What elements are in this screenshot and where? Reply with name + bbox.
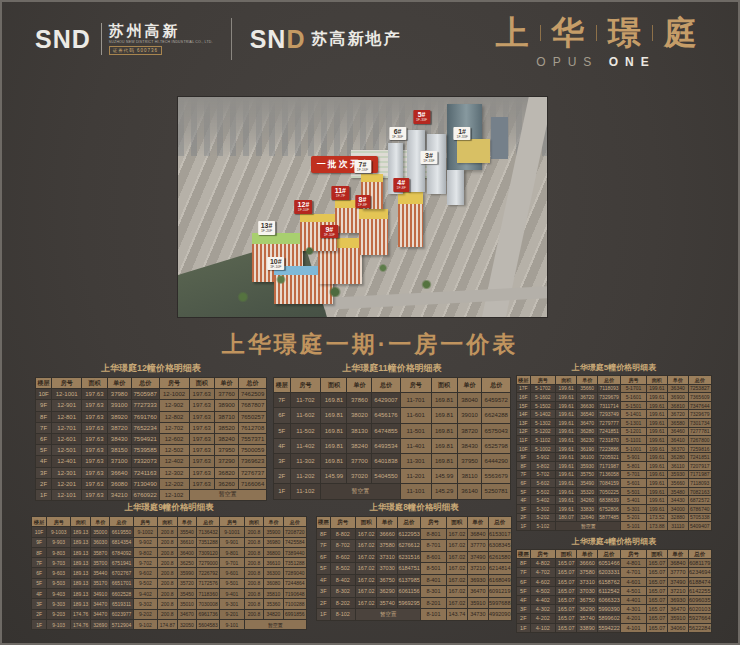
price-cell: 11-101 xyxy=(400,484,431,499)
building-label-id: 9# xyxy=(324,226,335,233)
price-cell: 12-501 xyxy=(52,445,82,456)
header-cell: 面积 xyxy=(555,550,576,559)
table-row: 14F5-1402199.613654072937495-1401199.613… xyxy=(517,410,712,419)
header-cell: 总价 xyxy=(488,517,511,529)
price-cell: 34260 xyxy=(577,496,597,505)
price-cell: 38720 xyxy=(457,423,482,438)
table-row: 2F5-202180.073264058774855-201173.523288… xyxy=(517,513,712,522)
header-cell: 面积 xyxy=(355,517,376,529)
price-cell: 4-202 xyxy=(530,614,555,623)
price-cell: 35660 xyxy=(668,479,688,488)
building-label-id: 11# xyxy=(335,187,346,194)
price-cell: 36470 xyxy=(468,586,488,598)
table-row: 6F8-602167.023731062315168-601167.023749… xyxy=(317,551,512,563)
price-cell: 7293749 xyxy=(597,410,620,419)
price-cell: 189.13 xyxy=(71,568,91,578)
price-cell: 36660 xyxy=(377,528,397,540)
price-cell: 200.8 xyxy=(157,578,177,588)
header-cell: 总价 xyxy=(372,378,400,393)
table-row: 8F5-802199.613593071719875-801199.613611… xyxy=(517,461,712,470)
price-cell: 9-602 xyxy=(133,568,157,578)
header-cell: 单价 xyxy=(107,378,131,389)
price-cell: 8-501 xyxy=(421,563,446,575)
header-cell: 单价 xyxy=(347,378,372,393)
price-cell: 37030 xyxy=(377,563,397,575)
price-cell: 6188474 xyxy=(688,577,711,586)
price-cell: 6702767 xyxy=(110,568,133,578)
price-cell: 7100288 xyxy=(283,599,306,609)
price-cell: 189.13 xyxy=(71,589,91,599)
price-cell: 167.02 xyxy=(446,528,467,540)
price-cell: 36400 xyxy=(177,547,196,557)
price-cell: 5-1202 xyxy=(530,427,555,436)
header-cell: 房号 xyxy=(159,378,189,389)
price-cell: 6308345 xyxy=(488,540,511,552)
floor-cell: 6F xyxy=(517,577,531,586)
floor-cell: 6F xyxy=(274,408,291,423)
price-cell: 37700 xyxy=(347,453,372,468)
price-cell: 37210 xyxy=(468,563,488,575)
price-cell: 9-102 xyxy=(133,619,157,629)
price-cell: 6137985 xyxy=(397,574,420,586)
price-cell: 35660 xyxy=(577,384,597,393)
price-cell: 6051466 xyxy=(597,559,620,568)
price-cell: 7369623 xyxy=(239,456,267,467)
price-cell: 165.07 xyxy=(646,614,667,623)
price-cell: 169.81 xyxy=(321,453,347,468)
table-row: 10F12-1001197.6337980750598712-1002197.6… xyxy=(36,389,267,400)
price-cell: 11-102 xyxy=(290,484,321,499)
price-cell: 169.81 xyxy=(431,453,457,468)
floor-cell: 2F xyxy=(517,513,531,522)
price-cell: 5927664 xyxy=(688,614,711,623)
price-cell: 167.02 xyxy=(355,528,376,540)
price-cell: 197.63 xyxy=(189,422,214,433)
logo2-block: SND 苏高新地产 xyxy=(250,27,402,52)
price-cell: 5404550 xyxy=(372,469,400,484)
table-title: 上华璟庭8幢价格明细表 xyxy=(316,502,512,514)
price-cell: 7231870 xyxy=(597,436,620,445)
price-cell: 9-801 xyxy=(220,547,244,557)
table-row: 5F11-502169.8138130647485511-501169.8138… xyxy=(274,423,511,438)
price-cell: 36640 xyxy=(107,467,131,478)
price-cell: 6961736 xyxy=(196,609,219,619)
price-cell: 199.61 xyxy=(555,444,576,453)
price-cell: 189.13 xyxy=(71,527,91,537)
building-block-1 xyxy=(457,139,490,163)
price-cell: 199.61 xyxy=(555,496,576,505)
price-cell: 35740 xyxy=(577,614,597,623)
table-row: 6F4-602165.073731061587624-601165.073749… xyxy=(517,577,712,586)
floor-cell: 1F xyxy=(274,484,291,499)
price-cell: 199.61 xyxy=(555,393,576,402)
price-cell: 11-502 xyxy=(290,423,321,438)
price-cell: 4-402 xyxy=(530,595,555,604)
header-cell: 房号 xyxy=(220,517,244,527)
price-cell: 5594222 xyxy=(597,623,620,632)
price-table-building-12: 上华璟庭12幢价格明细表楼层房号面积单价总价房号面积单价总价10F12-1001… xyxy=(35,362,267,501)
price-cell: 11-501 xyxy=(400,423,431,438)
building-label-id: 3# xyxy=(423,152,434,159)
floor-cell: 5F xyxy=(317,563,331,575)
header-cell: 房号 xyxy=(621,550,646,559)
brand-english: OPUS ONE xyxy=(480,55,712,69)
price-cell: 38720 xyxy=(107,422,131,433)
floor-cell: 4F xyxy=(36,456,52,467)
price-cell: 37770 xyxy=(468,540,488,552)
floor-cell: 8F xyxy=(517,559,531,568)
brand-char: 上 xyxy=(496,14,529,52)
header-cell: 单价 xyxy=(668,550,688,559)
price-cell: 36280 xyxy=(668,453,688,462)
price-cell: 174.76 xyxy=(71,609,91,619)
table-header-row: 楼层房号面积单价总价房号面积单价总价 xyxy=(517,550,712,559)
building-label-floors: 1F-8F xyxy=(397,187,406,191)
price-cell: 165.07 xyxy=(555,559,576,568)
floor-cell: 4F xyxy=(274,438,291,453)
price-cell: 197.63 xyxy=(189,478,214,489)
price-cell: 35870 xyxy=(91,547,110,557)
price-cell: 39100 xyxy=(107,400,131,411)
building-label-floors: 1F-10F xyxy=(324,234,335,238)
price-cell: 165.07 xyxy=(555,586,576,595)
price-cell: 7329679 xyxy=(688,410,711,419)
price-cell: 197.63 xyxy=(82,400,107,411)
price-cell: 6872572 xyxy=(688,496,711,505)
price-cell: 197.63 xyxy=(189,445,214,456)
